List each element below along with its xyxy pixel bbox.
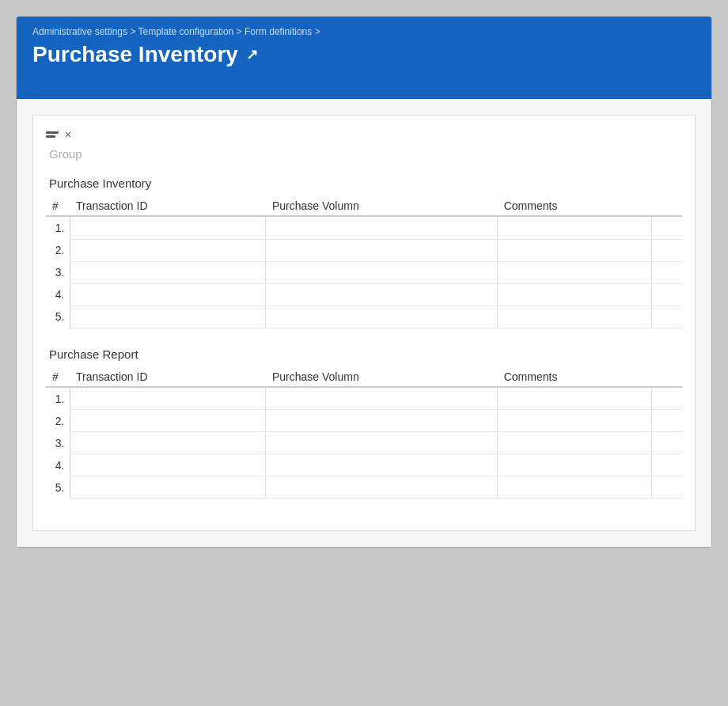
cell-transaction[interactable] — [70, 283, 266, 306]
cell-comments[interactable] — [498, 476, 652, 499]
breadcrumb-form-definitions: Form definitions — [245, 26, 312, 37]
table-row: 3. — [46, 261, 682, 283]
cell-transaction[interactable] — [70, 239, 266, 261]
cell-extra[interactable] — [652, 454, 682, 476]
col-header-comments-1: Comments — [498, 196, 652, 216]
cell-transaction[interactable] — [70, 387, 266, 410]
main-window: Administrative settings > Template confi… — [16, 16, 712, 548]
col-header-transaction-2: Transaction ID — [70, 367, 266, 387]
cell-transaction[interactable] — [70, 261, 266, 283]
table-header-row-1: # Transaction ID Purchase Volumn Comment… — [46, 196, 682, 216]
cell-volume[interactable] — [266, 216, 498, 239]
section-title-2: Purchase Report — [49, 347, 682, 361]
card-toolbar: × — [46, 128, 682, 141]
cell-comments[interactable] — [498, 216, 652, 239]
cell-volume[interactable] — [266, 283, 498, 306]
row-num: 4. — [46, 283, 70, 306]
page-header: Administrative settings > Template confi… — [17, 17, 711, 99]
cell-volume[interactable] — [266, 432, 498, 454]
table-row: 1. — [46, 387, 682, 410]
close-button[interactable]: × — [65, 128, 71, 141]
cell-transaction[interactable] — [70, 216, 266, 239]
col-header-volume-2: Purchase Volumn — [266, 367, 498, 387]
cell-volume[interactable] — [266, 239, 498, 261]
cell-extra[interactable] — [652, 283, 682, 306]
col-header-num-1: # — [46, 196, 70, 216]
cell-extra[interactable] — [652, 216, 682, 239]
purchase-inventory-table: # Transaction ID Purchase Volumn Comment… — [46, 196, 682, 328]
cell-comments[interactable] — [498, 306, 652, 328]
table-row: 3. — [46, 432, 682, 454]
table-row: 5. — [46, 306, 682, 328]
cell-transaction[interactable] — [70, 410, 266, 432]
cell-comments[interactable] — [498, 432, 652, 454]
table-row: 2. — [46, 239, 682, 261]
form-card: × Group Purchase Inventory # Transaction… — [32, 115, 696, 531]
table-row: 1. — [46, 216, 682, 239]
breadcrumb: Administrative settings > Template confi… — [32, 26, 696, 37]
table-row: 4. — [46, 283, 682, 306]
cell-comments[interactable] — [498, 283, 652, 306]
cell-transaction[interactable] — [70, 432, 266, 454]
cell-volume[interactable] — [266, 261, 498, 283]
row-num: 1. — [46, 216, 70, 239]
title-text: Purchase Inventory — [32, 42, 238, 67]
col-header-comments-2: Comments — [498, 367, 652, 387]
table-row: 5. — [46, 476, 682, 499]
cell-extra[interactable] — [652, 476, 682, 499]
table-row: 2. — [46, 410, 682, 432]
cell-extra[interactable] — [652, 261, 682, 283]
cell-transaction[interactable] — [70, 454, 266, 476]
group-label: Group — [49, 147, 682, 161]
cell-extra[interactable] — [652, 410, 682, 432]
col-header-extra-2 — [652, 367, 682, 387]
row-num: 5. — [46, 306, 70, 328]
cell-comments[interactable] — [498, 410, 652, 432]
col-header-extra-1 — [652, 196, 682, 216]
cell-volume[interactable] — [266, 410, 498, 432]
row-num: 5. — [46, 476, 70, 499]
row-num: 3. — [46, 261, 70, 283]
row-num: 2. — [46, 239, 70, 261]
table-row: 4. — [46, 454, 682, 476]
cell-volume[interactable] — [266, 454, 498, 476]
page-title: Purchase Inventory ↗ — [32, 42, 696, 67]
cell-extra[interactable] — [652, 306, 682, 328]
cell-extra[interactable] — [652, 239, 682, 261]
row-num: 1. — [46, 387, 70, 410]
external-link-icon[interactable]: ↗ — [246, 46, 258, 63]
cell-volume[interactable] — [266, 387, 498, 410]
col-header-num-2: # — [46, 367, 70, 387]
col-header-volume-1: Purchase Volumn — [266, 196, 498, 216]
cell-comments[interactable] — [498, 239, 652, 261]
row-num: 2. — [46, 410, 70, 432]
row-num: 4. — [46, 454, 70, 476]
cell-transaction[interactable] — [70, 306, 266, 328]
cell-comments[interactable] — [498, 387, 652, 410]
cell-extra[interactable] — [652, 432, 682, 454]
section-title-1: Purchase Inventory — [49, 176, 682, 190]
purchase-report-table: # Transaction ID Purchase Volumn Comment… — [46, 367, 682, 499]
cell-transaction[interactable] — [70, 476, 266, 499]
cell-comments[interactable] — [498, 261, 652, 283]
cell-extra[interactable] — [652, 387, 682, 410]
grid-icon[interactable] — [46, 131, 59, 138]
content-area: × Group Purchase Inventory # Transaction… — [17, 99, 711, 547]
cell-volume[interactable] — [266, 476, 498, 499]
row-num: 3. — [46, 432, 70, 454]
cell-comments[interactable] — [498, 454, 652, 476]
cell-volume[interactable] — [266, 306, 498, 328]
table-header-row-2: # Transaction ID Purchase Volumn Comment… — [46, 367, 682, 387]
col-header-transaction-1: Transaction ID — [70, 196, 266, 216]
